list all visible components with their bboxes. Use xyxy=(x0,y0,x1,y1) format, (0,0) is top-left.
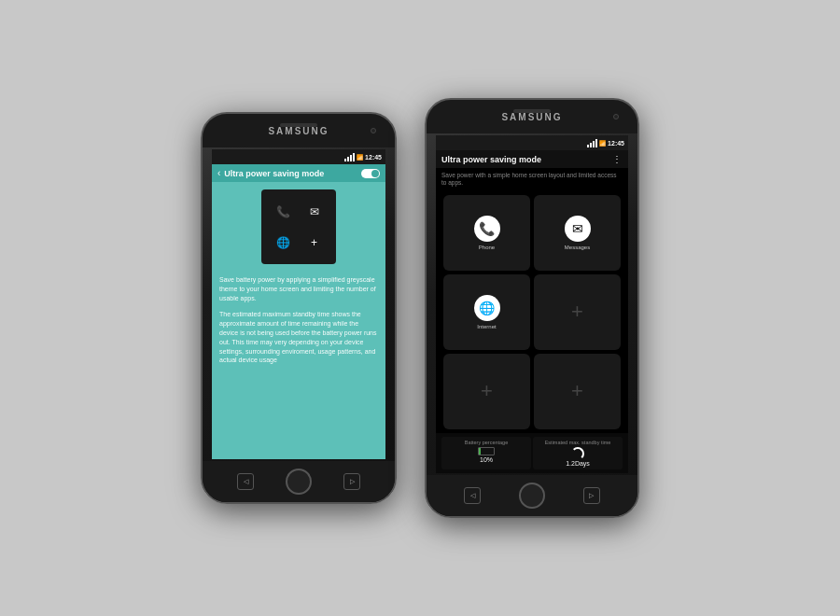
nav-forward-right[interactable]: ▷ xyxy=(583,487,600,504)
top-bar-title-right: Ultra power saving mode xyxy=(441,155,541,164)
app-cell-internet[interactable]: 🌐 Internet xyxy=(443,274,530,350)
screen-right: 📶 12:45 Ultra power saving mode ⋮ Save p… xyxy=(436,135,628,473)
phone-bottom-left: ◁ ▷ xyxy=(203,461,395,502)
battery-fill xyxy=(479,448,481,455)
nav-back-right[interactable]: ◁ xyxy=(464,487,481,504)
main-scene: SAMSUNG 📶 12:45 ‹ xyxy=(201,98,639,518)
phone-top-left: SAMSUNG xyxy=(203,114,395,147)
add-icon-1: + xyxy=(571,300,583,324)
description-text-2: The estimated maximum standby time shows… xyxy=(212,306,385,369)
time-left: 12:45 xyxy=(365,154,382,161)
app-cell-add-2[interactable]: + xyxy=(443,354,530,429)
app-label-messages: Messages xyxy=(565,245,590,250)
battery-standby-section: Estimated max. standby time 1.2Days xyxy=(533,437,623,469)
preview-mail-icon: ✉ xyxy=(300,197,329,226)
speaker-grill-right xyxy=(513,109,551,113)
app-cell-add-1[interactable]: + xyxy=(534,274,621,350)
app-cell-phone[interactable]: 📞 Phone xyxy=(443,195,530,271)
top-bar-right[interactable]: Ultra power saving mode ⋮ xyxy=(436,150,628,168)
preview-globe-icon: 🌐 xyxy=(269,228,298,257)
apps-grid-right: 📞 Phone ✉ Messages 🌐 Internet xyxy=(436,191,628,433)
camera-right xyxy=(613,114,619,119)
nav-back-left[interactable]: ◁ xyxy=(237,473,254,490)
status-bar-right: 📶 12:45 xyxy=(436,135,628,150)
app-label-internet: Internet xyxy=(477,324,496,329)
battery-bar: Battery percentage 10% Estimated max. st… xyxy=(436,433,628,473)
app-icon-phone: 📞 xyxy=(474,216,500,242)
nav-forward-left[interactable]: ▷ xyxy=(343,473,360,490)
battery-percentage-section: Battery percentage 10% xyxy=(441,437,531,469)
camera-left xyxy=(371,128,376,133)
screen-left: 📶 12:45 ‹ Ultra power saving mode 📞 ✉ 🌐 xyxy=(212,149,385,459)
top-bar-title-left: Ultra power saving mode xyxy=(224,169,357,178)
app-label-phone: Phone xyxy=(479,245,495,250)
preview-box: 📞 ✉ 🌐 + xyxy=(261,189,336,264)
preview-add-icon: + xyxy=(300,228,329,257)
description-text-1: Save battery power by applying a simplif… xyxy=(212,272,385,306)
nav-home-right[interactable] xyxy=(519,483,545,509)
phone-right: SAMSUNG 📶 12:45 Ultra po xyxy=(425,98,639,518)
brand-logo-right: SAMSUNG xyxy=(501,112,562,122)
battery-percentage-label: Battery percentage xyxy=(444,440,528,445)
brand-logo-left: SAMSUNG xyxy=(268,126,329,136)
nav-home-left[interactable] xyxy=(286,469,312,495)
top-bar-left[interactable]: ‹ Ultra power saving mode xyxy=(212,164,385,182)
preview-phone-icon: 📞 xyxy=(269,197,298,226)
battery-standby-value: 1.2Days xyxy=(536,460,620,467)
subtitle-text-right: Save power with a simple home screen lay… xyxy=(436,168,628,191)
phone-top-right: SAMSUNG xyxy=(427,100,637,133)
speaker-grill xyxy=(280,123,317,127)
back-button-left[interactable]: ‹ xyxy=(217,168,220,178)
time-right: 12:45 xyxy=(608,140,624,147)
battery-standby-label: Estimated max. standby time xyxy=(536,440,620,445)
signal-right xyxy=(587,139,597,147)
app-cell-add-3[interactable]: + xyxy=(534,354,621,429)
phone-left: SAMSUNG 📶 12:45 ‹ xyxy=(201,112,397,504)
standby-icon xyxy=(571,447,584,460)
menu-dots-right[interactable]: ⋮ xyxy=(612,154,623,164)
add-icon-2: + xyxy=(481,379,493,403)
phone-bottom-right: ◁ ▷ xyxy=(427,475,637,516)
add-icon-3: + xyxy=(571,379,583,403)
battery-percentage-value: 10% xyxy=(444,456,528,463)
toggle-switch-left[interactable] xyxy=(361,169,380,178)
app-cell-messages[interactable]: ✉ Messages xyxy=(534,195,621,271)
toggle-knob-left xyxy=(371,170,379,177)
app-icon-internet: 🌐 xyxy=(474,295,500,321)
battery-icon xyxy=(478,447,495,455)
status-bar-left: 📶 12:45 xyxy=(212,149,385,164)
app-icon-messages: ✉ xyxy=(565,216,591,242)
signal-left xyxy=(344,153,355,161)
